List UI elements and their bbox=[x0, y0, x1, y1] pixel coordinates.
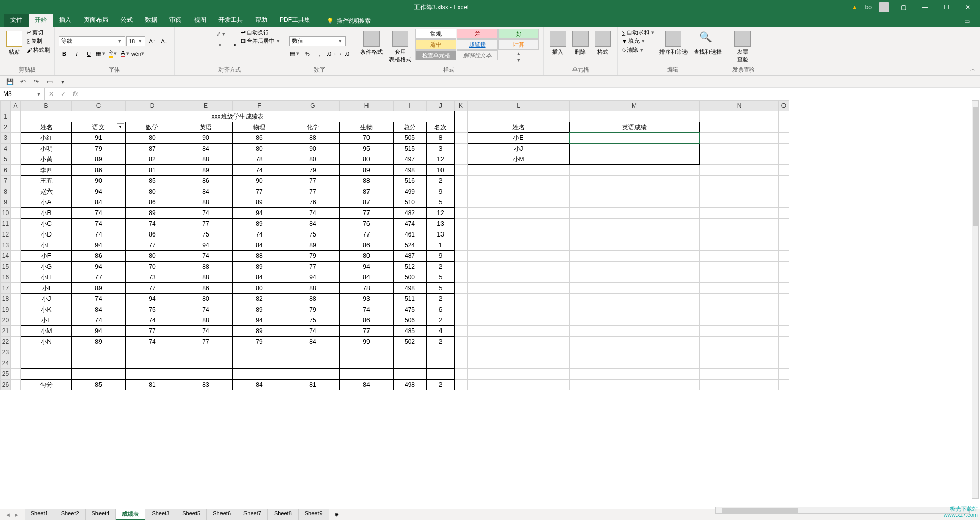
cell-F22[interactable]: 79 bbox=[233, 337, 286, 347]
row-header-13[interactable]: 13 bbox=[1, 240, 11, 251]
align-top-button[interactable]: ≡ bbox=[179, 29, 190, 39]
cell-N24[interactable] bbox=[700, 358, 779, 369]
cell-E26[interactable]: 83 bbox=[179, 380, 233, 390]
percent-button[interactable]: % bbox=[302, 49, 313, 59]
row-header-10[interactable]: 10 bbox=[1, 208, 11, 219]
cell-G5[interactable]: 80 bbox=[286, 154, 340, 165]
insert-cells-button[interactable]: 插入 bbox=[548, 29, 568, 58]
cell-C24[interactable] bbox=[72, 358, 126, 369]
tab-insert[interactable]: 插入 bbox=[53, 14, 78, 27]
col-header-N[interactable]: N bbox=[700, 101, 779, 111]
cell-F11[interactable]: 89 bbox=[233, 219, 286, 229]
cell-C18[interactable]: 74 bbox=[72, 294, 126, 304]
cell-N19[interactable] bbox=[700, 304, 779, 315]
cell-L20[interactable] bbox=[468, 315, 570, 326]
cell-N11[interactable] bbox=[700, 219, 779, 229]
cell-A13[interactable] bbox=[11, 240, 21, 251]
undo-button[interactable]: ↶ bbox=[18, 77, 28, 86]
row-header-22[interactable]: 22 bbox=[1, 337, 11, 347]
cell-A9[interactable] bbox=[11, 197, 21, 208]
underline-button[interactable]: U bbox=[83, 49, 94, 59]
cell-D17[interactable]: 77 bbox=[126, 283, 179, 294]
cell-J6[interactable]: 10 bbox=[427, 165, 455, 176]
cell-K10[interactable] bbox=[455, 208, 468, 219]
cell-O5[interactable] bbox=[779, 154, 789, 165]
cell-O21[interactable] bbox=[779, 326, 789, 337]
cell-J10[interactable]: 12 bbox=[427, 208, 455, 219]
cell-A19[interactable] bbox=[11, 304, 21, 315]
sheet-nav-next[interactable]: ► bbox=[14, 512, 19, 518]
orientation-button[interactable]: ⤢▾ bbox=[215, 29, 227, 39]
cell-G17[interactable]: 88 bbox=[286, 283, 340, 294]
tab-home[interactable]: 开始 bbox=[29, 14, 53, 27]
cell-M9[interactable] bbox=[570, 197, 700, 208]
cell-N17[interactable] bbox=[700, 283, 779, 294]
row-header-23[interactable]: 23 bbox=[1, 347, 11, 358]
cell-A1[interactable] bbox=[11, 111, 21, 122]
cell-B17[interactable]: 小I bbox=[21, 283, 72, 294]
fill-color-button[interactable]: ঔ▾ bbox=[108, 49, 119, 59]
cell-H20[interactable]: 86 bbox=[340, 315, 394, 326]
cell-I20[interactable]: 506 bbox=[394, 315, 427, 326]
cell-O9[interactable] bbox=[779, 197, 789, 208]
cell-M11[interactable] bbox=[570, 219, 700, 229]
cell-H11[interactable]: 76 bbox=[340, 219, 394, 229]
cell-K21[interactable] bbox=[455, 326, 468, 337]
cell-O19[interactable] bbox=[779, 304, 789, 315]
cell-F17[interactable]: 80 bbox=[233, 283, 286, 294]
cell-B7[interactable]: 王五 bbox=[21, 176, 72, 186]
row-header-5[interactable]: 5 bbox=[1, 154, 11, 165]
cell-E5[interactable]: 88 bbox=[179, 154, 233, 165]
cell-K15[interactable] bbox=[455, 262, 468, 272]
row-header-14[interactable]: 14 bbox=[1, 251, 11, 262]
cell-I6[interactable]: 498 bbox=[394, 165, 427, 176]
cell-D2[interactable]: 数学 bbox=[126, 122, 179, 133]
cell-L24[interactable] bbox=[468, 358, 570, 369]
currency-button[interactable]: ▤▾ bbox=[289, 49, 301, 59]
cell-N6[interactable] bbox=[700, 165, 779, 176]
indent-inc-button[interactable]: ⇥ bbox=[228, 40, 239, 50]
cell-D5[interactable]: 82 bbox=[126, 154, 179, 165]
cell-M26[interactable] bbox=[570, 380, 700, 390]
style-gallery-more[interactable]: ▴▾ bbox=[498, 50, 539, 60]
cell-B9[interactable]: 小A bbox=[21, 197, 72, 208]
cell-L6[interactable] bbox=[468, 165, 570, 176]
cell-J19[interactable]: 6 bbox=[427, 304, 455, 315]
table-format-button[interactable]: 套用 表格格式 bbox=[387, 29, 413, 65]
cell-I19[interactable]: 475 bbox=[394, 304, 427, 315]
sheet-tab-Sheet4[interactable]: Sheet4 bbox=[86, 509, 116, 520]
style-bad[interactable]: 差 bbox=[457, 29, 498, 39]
cell-K11[interactable] bbox=[455, 219, 468, 229]
cell-D24[interactable] bbox=[126, 358, 179, 369]
cell-K20[interactable] bbox=[455, 315, 468, 326]
sort-filter-button[interactable]: 排序和筛选 bbox=[657, 29, 690, 58]
cell-M4[interactable] bbox=[570, 144, 700, 154]
align-left-button[interactable]: ≡ bbox=[179, 40, 190, 50]
cell-N16[interactable] bbox=[700, 272, 779, 283]
cell-J25[interactable] bbox=[427, 369, 455, 380]
row-header-19[interactable]: 19 bbox=[1, 304, 11, 315]
cell-J17[interactable]: 5 bbox=[427, 283, 455, 294]
cell-K3[interactable] bbox=[455, 133, 468, 144]
cell-M18[interactable] bbox=[570, 294, 700, 304]
cell-M2[interactable]: 英语成绩 bbox=[570, 122, 700, 133]
sheet-tab-成绩表[interactable]: 成绩表 bbox=[116, 509, 145, 520]
cell-A4[interactable] bbox=[11, 144, 21, 154]
cell-I10[interactable]: 482 bbox=[394, 208, 427, 219]
cell-A18[interactable] bbox=[11, 294, 21, 304]
formula-input[interactable] bbox=[82, 88, 980, 100]
sheet-tab-Sheet7[interactable]: Sheet7 bbox=[237, 509, 268, 520]
maximize-button[interactable]: ☐ bbox=[939, 4, 953, 11]
cell-C6[interactable]: 86 bbox=[72, 165, 126, 176]
cell-I24[interactable] bbox=[394, 358, 427, 369]
border-button[interactable]: ▦▾ bbox=[95, 49, 107, 59]
cell-F2[interactable]: 物理 bbox=[233, 122, 286, 133]
cell-L21[interactable] bbox=[468, 326, 570, 337]
cell-J11[interactable]: 13 bbox=[427, 219, 455, 229]
cell-F6[interactable]: 74 bbox=[233, 165, 286, 176]
cell-I25[interactable] bbox=[394, 369, 427, 380]
row-header-1[interactable]: 1 bbox=[1, 111, 11, 122]
cell-H22[interactable]: 99 bbox=[340, 337, 394, 347]
cell-K19[interactable] bbox=[455, 304, 468, 315]
user-avatar[interactable] bbox=[879, 2, 889, 12]
